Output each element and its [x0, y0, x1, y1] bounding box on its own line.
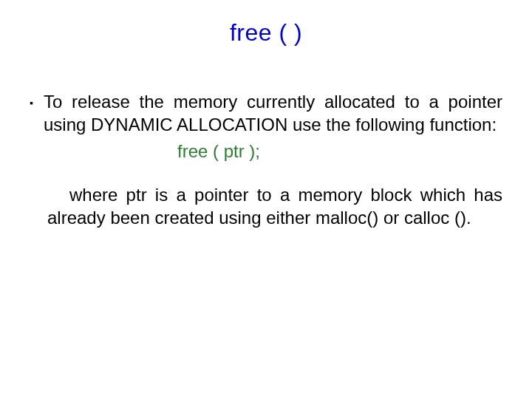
slide-body: ▪ To release the memory currently alloca…	[30, 91, 502, 230]
bullet-text: To release the memory currently allocate…	[44, 91, 502, 136]
bullet-marker-icon: ▪	[30, 92, 33, 114]
bullet-item: ▪ To release the memory currently alloca…	[30, 91, 502, 136]
body-paragraph: where ptr is a pointer to a memory block…	[47, 184, 502, 229]
code-example: free ( ptr );	[30, 140, 502, 163]
slide-title: free ( )	[30, 19, 502, 47]
slide: free ( ) ▪ To release the memory current…	[0, 0, 532, 399]
